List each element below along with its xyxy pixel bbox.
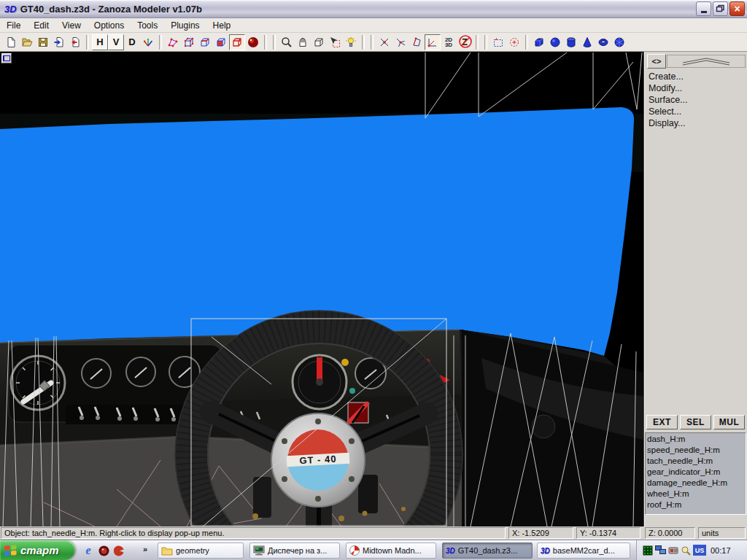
quicklaunch-app2-icon[interactable] [112, 544, 125, 557]
detach-icon [411, 36, 422, 48]
horizontal-view-toggle[interactable]: H [92, 34, 108, 50]
viewport-view-button[interactable] [1, 53, 12, 63]
tray-device-icon[interactable] [668, 545, 678, 555]
weld-vertices-button[interactable] [376, 34, 392, 50]
language-indicator[interactable]: US [693, 545, 706, 556]
menu-file[interactable]: File [0, 19, 27, 32]
sidebar-item-create[interactable]: Create... [649, 71, 684, 82]
detail-view-toggle[interactable]: D [124, 34, 140, 50]
magnifier-icon [281, 36, 293, 48]
list-item[interactable]: tach_needle_H:m [646, 456, 746, 467]
panel-collapse-button[interactable] [667, 55, 746, 68]
double-chevron-icon [677, 57, 735, 66]
create-geosphere-button[interactable] [611, 34, 627, 50]
import-icon [53, 36, 65, 48]
geosphere-primitive-icon [614, 36, 625, 48]
app-icon: 3D [4, 4, 17, 15]
axes-gizmo-button[interactable] [140, 34, 156, 50]
vertices-mode-button[interactable] [181, 34, 197, 50]
material-editor-button[interactable] [245, 34, 261, 50]
zoom-tool-button[interactable] [279, 34, 295, 50]
faces-mode-button[interactable] [213, 34, 229, 50]
import-button[interactable] [51, 34, 67, 50]
material-sphere-icon [247, 36, 260, 49]
menu-edit[interactable]: Edit [27, 19, 55, 32]
indicator-light-teal [349, 388, 355, 394]
light-tool-button[interactable] [343, 34, 359, 50]
export-icon [69, 36, 81, 48]
small-gauge-2 [126, 357, 155, 386]
2d-3d-toggle[interactable]: 2D3D [441, 34, 457, 50]
menu-help[interactable]: Help [206, 19, 238, 32]
3d-viewport[interactable]: GT - 40 [0, 52, 644, 526]
list-item[interactable]: speed_needle_H:m [646, 445, 746, 456]
open-file-button[interactable] [19, 34, 35, 50]
menu-view[interactable]: View [55, 19, 88, 32]
minimize-button[interactable] [696, 1, 711, 16]
create-sphere-button[interactable] [547, 34, 563, 50]
break-vertices-button[interactable] [392, 34, 409, 50]
taskbar-item-task-manager[interactable]: Диспечер на з... [249, 542, 340, 559]
edit-mesh-button[interactable] [165, 34, 181, 50]
pan-tool-button[interactable] [295, 34, 311, 50]
export-button[interactable] [67, 34, 83, 50]
quicklaunch-browser-icon[interactable]: e [82, 544, 95, 557]
new-file-button[interactable] [3, 34, 19, 50]
create-torus-button[interactable] [595, 34, 611, 50]
close-button[interactable]: × [729, 1, 745, 16]
tray-network-icon[interactable] [655, 545, 666, 555]
taskbar-item-gt40-dash[interactable]: 3D GT40_dash.z3... [442, 542, 533, 559]
zmodeler-icon: 3D [541, 547, 550, 555]
restore-button[interactable] [713, 1, 728, 16]
local-axes-button[interactable] [425, 34, 441, 50]
list-item[interactable]: wheel_H:m [646, 489, 746, 499]
main-toolbar: H V D 2D3D Z [0, 33, 747, 52]
edges-mode-button[interactable] [197, 34, 213, 50]
tray-search-icon[interactable] [681, 545, 691, 556]
menu-options[interactable]: Options [88, 19, 131, 32]
list-item[interactable]: damage_needle_H:m [646, 478, 746, 489]
z-lock-toggle[interactable]: Z [457, 34, 473, 50]
quicklaunch-app-icon[interactable] [97, 544, 110, 557]
sidebar-item-display[interactable]: Display... [649, 118, 685, 128]
selected-object-highlight [348, 402, 368, 423]
ext-mode-button[interactable]: EXT [646, 415, 678, 429]
wheel-logo-text: GT - 40 [299, 454, 337, 467]
circle-select-button[interactable] [506, 34, 522, 50]
objects-list[interactable]: dash_H:m speed_needle_H:m tach_needle_H:… [645, 432, 746, 515]
tachometer-gauge [293, 355, 347, 409]
vertical-view-toggle[interactable]: V [108, 34, 124, 50]
sidebar-item-modify[interactable]: Modify... [649, 83, 682, 93]
create-cylinder-button[interactable] [563, 34, 579, 50]
taskbar-item-geometry[interactable]: geometry [158, 542, 244, 559]
rotate-view-button[interactable] [311, 34, 327, 50]
rectangle-select-button[interactable] [490, 34, 506, 50]
windows-flag-icon [4, 543, 18, 557]
save-file-button[interactable] [35, 34, 51, 50]
list-item[interactable]: dash_H:m [646, 434, 746, 445]
list-item[interactable]: roof_H:m [646, 499, 746, 510]
start-button[interactable]: старт [0, 540, 75, 560]
local-axes-icon [427, 36, 438, 48]
create-cone-button[interactable] [579, 34, 595, 50]
select-tool-button[interactable] [327, 34, 343, 50]
taskbar-item-basemm2car[interactable]: 3D baseMM2car_d... [537, 542, 630, 559]
cone-primitive-icon [581, 36, 593, 48]
panel-expand-button[interactable]: <> [647, 54, 666, 69]
box-primitive-icon [533, 36, 545, 48]
quicklaunch-more-chevron[interactable]: » [143, 545, 147, 553]
cylinder-primitive-icon [565, 36, 577, 48]
detach-faces-button[interactable] [409, 34, 425, 50]
taskbar-item-midtown-madness[interactable]: Midtown Madn... [346, 542, 436, 559]
menu-tools[interactable]: Tools [131, 19, 164, 32]
sel-mode-button[interactable]: SEL [680, 415, 711, 429]
tray-monitor-icon[interactable] [643, 545, 653, 556]
sidebar-item-surface[interactable]: Surface... [649, 95, 688, 105]
list-item[interactable]: gear_indicator_H:m [646, 467, 746, 478]
sidebar-item-select[interactable]: Select... [649, 106, 681, 117]
mul-mode-button[interactable]: MUL [713, 415, 745, 429]
create-box-button[interactable] [531, 34, 547, 50]
object-mode-button[interactable] [229, 34, 245, 50]
title-bar: 3D GT40_dash.z3d - Zanoza Modeler v1.07b… [0, 0, 747, 18]
menu-plugins[interactable]: Plugins [164, 19, 206, 32]
